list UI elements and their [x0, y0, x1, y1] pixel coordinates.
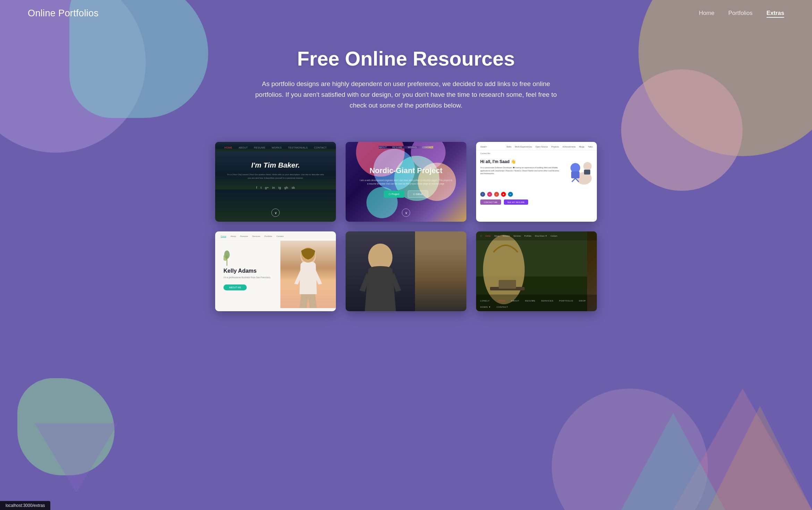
- saad-sub-nav: Contact Me: [476, 150, 597, 156]
- saad-logo: Saad/>: [480, 145, 487, 148]
- saad-nav-talks: Talks: [588, 145, 593, 148]
- saad-google-icon: g: [494, 192, 499, 197]
- portfolio-card-alex[interactable]: Alex Smith Alex Smith I'm Developer: [346, 231, 466, 311]
- svg-point-3: [583, 162, 592, 170]
- saad-facebook-icon: f: [480, 192, 485, 197]
- tim-nav-testimonials: TESTIMONIALS: [288, 146, 308, 149]
- card-saad-inner: Saad/> Skills Work Experiences Open Sour…: [476, 142, 597, 222]
- alice-nav-resume: Resume: [503, 235, 510, 237]
- nordic-project-button[interactable]: ⬡ Project: [384, 190, 404, 198]
- kelly-text: Kelly Adams I'm a professional illustrat…: [215, 241, 280, 308]
- card-nordic-inner: ABOUT RESUME WORKS CONTACT Nordic-Giant …: [346, 142, 466, 222]
- kelly-nav-home: Home: [221, 235, 226, 238]
- tim-social-icons: f t g+ in ig gh sk: [215, 186, 336, 189]
- saad-nav-opensource: Open Source: [535, 145, 548, 148]
- saad-nav-achievements: Achievements: [563, 145, 576, 148]
- nav-item-home[interactable]: Home: [699, 10, 714, 17]
- alice-footer: LONELY Home About Resume Services Portfo…: [476, 295, 597, 311]
- tim-nav-works: WORKS: [272, 146, 282, 149]
- plant-icon: [223, 248, 230, 266]
- alice-footer-nav-home: Home: [498, 299, 506, 302]
- alice-nav-services: Services: [513, 235, 521, 237]
- alice-nav: ⬡ Home About Resume Services Portfolio D…: [476, 231, 597, 240]
- developer-illustration: [565, 159, 593, 187]
- saad-nav-work: Work Experiences: [515, 145, 532, 148]
- tim-instagram-icon: ig: [278, 186, 281, 189]
- kelly-title: Kelly Adams: [223, 268, 275, 274]
- kelly-subtitle: I'm a professional illustrator from San …: [223, 276, 275, 279]
- svg-rect-4: [584, 170, 590, 175]
- hero-subtitle: As portfolio designs are highly dependen…: [250, 78, 562, 111]
- portfolio-card-nordic[interactable]: ABOUT RESUME WORKS CONTACT Nordic-Giant …: [346, 142, 466, 222]
- saad-subtitle: I'm a passionate Software Developer 💻 ha…: [480, 166, 561, 175]
- nordic-nav-about: ABOUT: [379, 146, 387, 148]
- tim-github-icon: gh: [284, 186, 288, 189]
- nav-item-extras[interactable]: Extras: [767, 10, 784, 17]
- nordic-nav: ABOUT RESUME WORKS CONTACT: [379, 146, 433, 148]
- saad-nav-skills: Skills: [507, 145, 511, 148]
- alice-nav-about: About: [494, 235, 499, 237]
- alice-footer-nav-services: Services: [541, 299, 553, 302]
- alice-footer-nav-about: About: [511, 299, 519, 302]
- tim-scroll-btn[interactable]: ∨: [271, 209, 280, 217]
- alice-footer-nav-portfolio: Portfolio: [559, 299, 573, 302]
- kelly-nav: Home About Resume Services Portfolio Con…: [215, 231, 336, 241]
- svg-point-1: [570, 163, 580, 173]
- nordic-nav-contact: CONTACT: [422, 146, 433, 148]
- alice-nav-portfolio: Portfolio: [524, 235, 532, 237]
- saad-social-icons: f in g ▶ in: [476, 190, 597, 199]
- alice-footer-text: LONELY: [480, 299, 490, 302]
- kelly-person-image: [280, 241, 336, 308]
- nav-link-home[interactable]: Home: [699, 10, 714, 16]
- card-tim-nav: HOME ABOUT RESUME WORKS TESTIMONIALS CON…: [215, 142, 336, 151]
- tim-nav-contact: CONTACT: [314, 146, 327, 149]
- tim-facebook-icon: f: [256, 186, 257, 189]
- nordic-nav-works: WORKS: [408, 146, 416, 148]
- saad-nav: Saad/> Skills Work Experiences Open Sour…: [476, 142, 597, 150]
- saad-youtube-icon: ▶: [501, 192, 506, 197]
- site-brand: Online Portfolios: [28, 8, 99, 19]
- saad-main-content: Hi all, I'm Saad 👋 I'm a passionate Soft…: [476, 156, 597, 190]
- saad-contact-button[interactable]: CONTACT ME: [480, 199, 501, 205]
- nav-link-portfolios[interactable]: Portfolios: [728, 10, 753, 16]
- card-alice-inner: ⬡ Home About Resume Services Portfolio D…: [476, 231, 597, 311]
- card-kelly-inner: Home About Resume Services Portfolio Con…: [215, 231, 336, 311]
- kelly-nav-contact: Contact: [276, 235, 284, 238]
- saad-linkedin-icon: in: [508, 192, 513, 197]
- saad-title: Hi all, I'm Saad 👋: [480, 159, 561, 164]
- saad-nav-projects: Projects: [551, 145, 559, 148]
- nordic-github-button[interactable]: ⊙ Github: [408, 190, 428, 198]
- nav-link-extras[interactable]: Extras: [767, 10, 784, 18]
- portfolio-grid: HOME ABOUT RESUME WORKS TESTIMONIALS CON…: [180, 128, 632, 339]
- nordic-title: Nordic-Giant Project: [370, 166, 442, 175]
- saad-resume-button[interactable]: SEE MY RESUME: [504, 199, 528, 205]
- saad-contact-link: Contact Me: [480, 152, 490, 154]
- nav-item-portfolios[interactable]: Portfolios: [728, 10, 753, 17]
- alice-nav-home: Home: [485, 235, 491, 237]
- tim-twitter-icon: t: [261, 186, 262, 189]
- tim-linkedin-icon: in: [272, 186, 275, 189]
- kelly-photo: [280, 241, 336, 308]
- alice-footer-nav-contact: Contact: [497, 306, 508, 308]
- alex-figure: [346, 231, 415, 311]
- kelly-figure: [291, 246, 325, 308]
- tim-nav-about: ABOUT: [238, 146, 248, 149]
- kelly-plant-area: [223, 248, 275, 266]
- kelly-about-button[interactable]: ABOUT ME: [223, 284, 247, 290]
- card-alex-inner: Alex Smith Alex Smith I'm Developer: [346, 231, 466, 311]
- saad-text: Hi all, I'm Saad 👋 I'm a passionate Soft…: [480, 159, 561, 187]
- nordic-subtitle: I am a web development engineer and I us…: [353, 179, 459, 185]
- kelly-nav-services: Services: [252, 235, 260, 238]
- nordic-nav-resume: RESUME: [392, 146, 403, 148]
- status-url: localhost:3000/extras: [6, 503, 45, 508]
- kelly-nav-resume: Resume: [240, 235, 248, 238]
- card-tim-inner: HOME ABOUT RESUME WORKS TESTIMONIALS CON…: [215, 142, 336, 222]
- portfolio-card-alice[interactable]: ⬡ Home About Resume Services Portfolio D…: [476, 231, 597, 311]
- alice-logo: ⬡: [480, 235, 482, 237]
- tim-nav-home: HOME: [224, 146, 232, 149]
- portfolio-card-tim-baker[interactable]: HOME ABOUT RESUME WORKS TESTIMONIALS CON…: [215, 142, 336, 222]
- portfolio-card-kelly[interactable]: Home About Resume Services Portfolio Con…: [215, 231, 336, 311]
- portfolio-card-saad[interactable]: Saad/> Skills Work Experiences Open Sour…: [476, 142, 597, 222]
- alice-nav-contact: Contact: [550, 235, 557, 237]
- saad-illustration: [565, 159, 593, 187]
